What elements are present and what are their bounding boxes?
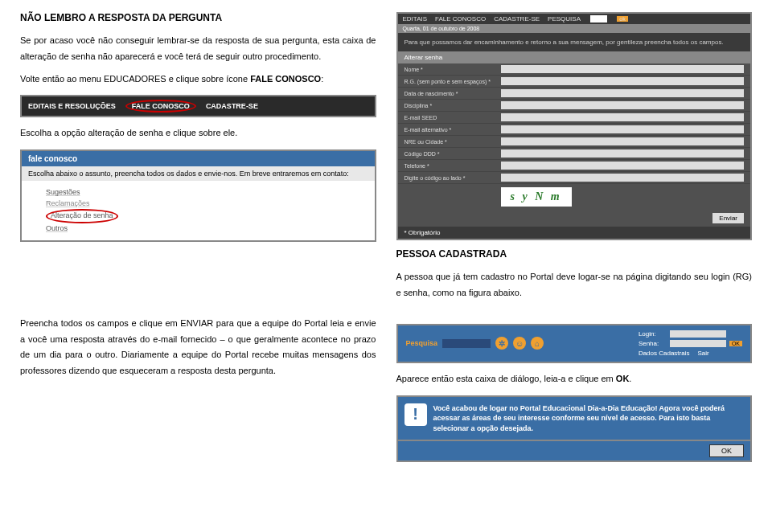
paragraph: Volte então ao menu EDUCADORES e clique …: [20, 72, 376, 88]
topbar-link: FALE CONOSCO: [435, 15, 486, 23]
text: Volte então ao menu EDUCADORES e clique …: [20, 74, 250, 84]
paragraph: Escolha a opção alteração de senha e cli…: [20, 125, 376, 141]
login-row: Login:: [639, 330, 742, 338]
login-screenshot: Pesquisa ✲ ☺ ⌂ Login: Senha: OK Dados Ca…: [396, 324, 753, 363]
sair-link: Sair: [697, 350, 708, 357]
fale-header: fale conosco: [22, 151, 375, 166]
login-right: Login: Senha: OK Dados Cadastrais Sair: [639, 330, 742, 357]
field-input: [501, 113, 745, 121]
field-input: [501, 89, 745, 97]
search-input: [590, 15, 607, 23]
login-left: Pesquisa ✲ ☺ ⌂: [406, 337, 544, 350]
paragraph: Aparece então esta caixa de diálogo, lei…: [396, 371, 753, 387]
nav-item: CADASTRE-SE: [206, 102, 258, 110]
form-field: Digite o código ao lado *: [398, 172, 751, 184]
form-field: E-mail SEED: [398, 112, 751, 124]
field-label: Telefone *: [404, 163, 501, 169]
field-label: NRE ou Cidade *: [404, 139, 501, 145]
senha-label: Senha:: [639, 340, 667, 347]
form-intro: Para que possamos dar encaminhamento e r…: [398, 33, 751, 51]
fale-conosco-box: fale conosco Escolha abaixo o assunto, p…: [20, 149, 376, 242]
circled-nav-item: FALE CONOSCO: [125, 100, 196, 113]
dados-link: Dados Cadastrais: [639, 350, 690, 357]
pesquisa-label: Pesquisa: [406, 339, 438, 347]
field-input: [501, 149, 745, 158]
date-bar: Quarta, 01 de outubro de 2008: [398, 24, 751, 33]
field-label: Data de nascimento *: [404, 91, 501, 96]
field-input: [501, 65, 745, 73]
pesquisa-field: [442, 339, 491, 348]
form-field: R.G. (sem ponto e sem espaços) *: [398, 76, 751, 88]
navbar-screenshot: EDITAIS E RESOLUÇÕES FALE CONOSCO CADAST…: [20, 95, 376, 117]
fale-subtitle: Escolha abaixo o assunto, preencha todos…: [22, 166, 375, 181]
field-input: [501, 174, 745, 182]
senha-row: Senha: OK: [639, 340, 742, 347]
home-icon: ⌂: [531, 337, 544, 350]
form-field: Disciplina *: [398, 100, 751, 112]
info-icon: !: [404, 403, 427, 426]
form-section-title: Alterar senha: [398, 51, 751, 63]
form-field: Telefone *: [398, 160, 751, 172]
topbar-label: PESQUISA: [548, 15, 581, 23]
search-icon: ✲: [495, 337, 508, 350]
text-bold: OK: [616, 374, 630, 383]
captcha-image: s y N m: [501, 187, 572, 207]
form-field: E-mail alternativo *: [398, 124, 751, 136]
user-icon: ☺: [513, 337, 526, 350]
field-label: Digite o código ao lado *: [404, 175, 501, 181]
text: :: [321, 74, 323, 84]
form-field: NRE ou Cidade *: [398, 136, 751, 148]
nav-item: FALE CONOSCO: [132, 102, 190, 110]
text: Aparece então esta caixa de diálogo, lei…: [396, 374, 616, 383]
paragraph: Se por acaso você não conseguir lembrar-…: [20, 33, 376, 65]
option-circled: Alteração de senha: [46, 209, 351, 223]
topbar-link: CADASTRE-SE: [494, 15, 540, 23]
field-label: R.G. (sem ponto e sem espaços) *: [404, 79, 501, 84]
oval-mark: Alteração de senha: [46, 209, 118, 223]
login-bottom: Dados Cadastrais Sair: [639, 350, 742, 357]
fale-options: Sugestões Reclamações Alteração de senha…: [22, 181, 375, 240]
option: Sugestões: [46, 187, 351, 198]
form-field: Código DDD *: [398, 148, 751, 160]
text-bold: FALE CONOSCO: [250, 74, 321, 84]
login-input: [670, 330, 726, 338]
section-title: PESSOA CADASTRADA: [396, 248, 753, 260]
section-title: NÃO LEMBRO A RESPOSTA DA PERGUNTA: [20, 12, 376, 23]
enviar-button: Enviar: [712, 213, 744, 223]
captcha-row: s y N m: [398, 184, 751, 210]
option-strike: Reclamações: [46, 198, 351, 210]
field-input: [501, 77, 745, 85]
paragraph: A pessoa que já tem cadastro no Portal d…: [396, 269, 753, 301]
login-label: Login:: [639, 330, 667, 338]
form-screenshot: EDITAIS FALE CONOSCO CADASTRE-SE PESQUIS…: [396, 12, 753, 240]
dialog-text: Você acabou de logar no Portal Educacion…: [433, 403, 745, 434]
field-label: Disciplina *: [404, 103, 501, 108]
text: .: [629, 374, 631, 383]
dialog-screenshot: ! Você acabou de logar no Portal Educaci…: [396, 395, 753, 442]
field-label: Código DDD *: [404, 151, 501, 157]
field-input: [501, 137, 745, 145]
form-footer: Enviar: [398, 210, 751, 227]
field-input: [501, 162, 745, 170]
senha-input: [670, 340, 726, 347]
option: Outros: [46, 223, 351, 235]
nav-item: EDITAIS E RESOLUÇÕES: [28, 102, 116, 110]
form-field: Nome *: [398, 63, 751, 76]
field-input: [501, 101, 745, 109]
dialog-footer: OK: [396, 441, 753, 462]
login-ok-button: OK: [729, 341, 742, 346]
paragraph: Preencha todos os campos e clique em ENV…: [20, 316, 376, 379]
ok-button: ok: [617, 16, 627, 22]
form-field: Data de nascimento *: [398, 88, 751, 100]
field-input: [501, 125, 745, 133]
topbar-link: EDITAIS: [403, 15, 428, 23]
field-label: Nome *: [404, 67, 501, 72]
form-topbar: EDITAIS FALE CONOSCO CADASTRE-SE PESQUIS…: [398, 14, 751, 24]
obligatory-note: * Obrigatório: [398, 227, 751, 239]
field-label: E-mail SEED: [404, 115, 501, 121]
field-label: E-mail alternativo *: [404, 127, 501, 133]
dialog-ok-button: OK: [709, 444, 744, 457]
